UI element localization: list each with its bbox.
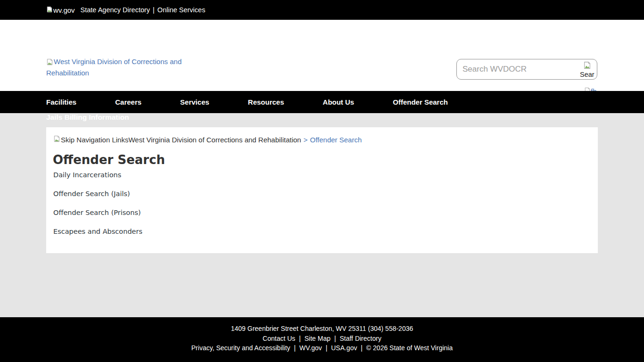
site-header: West Virginia Division of Corrections an… <box>0 20 644 91</box>
site-footer: 1409 Greenbrier Street Charleston, WV 25… <box>0 317 644 362</box>
offender-search-prisons-link[interactable]: Offender Search (Prisons) <box>53 209 141 216</box>
daily-incarcerations-link[interactable]: Daily Incarcerations <box>53 171 121 179</box>
broken-image-icon <box>46 58 53 68</box>
footer-address: 1409 Greenbrier Street Charleston, WV 25… <box>0 317 644 334</box>
escapees-and-absconders-link[interactable]: Escapees and Absconders <box>53 228 142 235</box>
search-button-alt-text: Sear <box>580 71 596 79</box>
nav-item-offender-search[interactable]: Offender Search <box>393 98 448 106</box>
footer-separator: | <box>299 335 301 342</box>
state-agency-directory-link[interactable]: State Agency Directory <box>81 6 150 14</box>
nav-item-careers[interactable]: Careers <box>115 98 141 106</box>
submenu-item-jails-billing-information[interactable]: Jails Billing Information <box>46 113 129 122</box>
site-logo-link[interactable]: West Virginia Division of Corrections an… <box>46 57 184 78</box>
offender-search-jails-link[interactable]: Offender Search (Jails) <box>53 190 130 197</box>
topbar-separator: | <box>153 6 155 14</box>
wvgov-logo-link[interactable]: wv.gov <box>46 6 75 14</box>
site-logo-alt-text: West Virginia Division of Corrections an… <box>46 58 182 77</box>
footer-separator: | <box>334 335 336 342</box>
footer-links-row-2: Privacy, Security and Accessibility | WV… <box>0 343 644 353</box>
broken-image-icon <box>53 135 60 144</box>
site-search-box: Sear <box>456 59 597 80</box>
top-utility-bar: wv.gov State Agency Directory | Online S… <box>0 0 644 20</box>
breadcrumb-separator: > <box>304 136 308 144</box>
contact-us-link[interactable]: Contact Us <box>263 335 295 342</box>
page-title: Offender Search <box>53 153 165 167</box>
search-button[interactable]: Sear <box>579 60 596 79</box>
page: wv.gov State Agency Directory | Online S… <box>0 0 644 362</box>
top-utility-bar-inner: wv.gov State Agency Directory | Online S… <box>46 6 205 14</box>
broken-image-icon <box>46 6 53 14</box>
footer-separator: | <box>294 344 296 352</box>
breadcrumb: Skip Navigation Links West Virginia Divi… <box>53 135 362 144</box>
main-nav-inner: Facilities Careers Services Resources Ab… <box>46 98 487 106</box>
breadcrumb-current-link[interactable]: Offender Search <box>310 136 362 144</box>
nav-item-facilities[interactable]: Facilities <box>46 98 76 106</box>
privacy-security-accessibility-link[interactable]: Privacy, Security and Accessibility <box>191 344 290 352</box>
usagov-footer-link[interactable]: USA.gov <box>331 344 357 352</box>
broken-image-icon <box>583 61 596 71</box>
footer-separator: | <box>361 344 363 352</box>
topbar-links: State Agency Directory | Online Services <box>81 6 206 14</box>
footer-copyright: © 2026 State of West Virginia <box>366 344 453 352</box>
breadcrumb-root: West Virginia Division of Corrections an… <box>128 136 301 144</box>
content-panel: Skip Navigation Links West Virginia Divi… <box>46 127 598 253</box>
staff-directory-link[interactable]: Staff Directory <box>339 335 381 342</box>
nav-item-services[interactable]: Services <box>180 98 209 106</box>
main-nav: Facilities Careers Services Resources Ab… <box>0 91 644 113</box>
skip-navigation-alt-text: Skip Navigation Links <box>61 136 128 144</box>
footer-links-row-1: Contact Us | Site Map | Staff Directory <box>0 334 644 344</box>
nav-item-about-us[interactable]: About Us <box>323 98 355 106</box>
online-services-link[interactable]: Online Services <box>157 6 206 14</box>
search-input[interactable] <box>462 59 566 79</box>
nav-item-resources[interactable]: Resources <box>248 98 284 106</box>
footer-separator: | <box>326 344 328 352</box>
wvgov-logo-alt-text: wv.gov <box>53 6 75 14</box>
wvgov-footer-link[interactable]: WV.gov <box>299 344 322 352</box>
site-map-link[interactable]: Site Map <box>305 335 330 342</box>
